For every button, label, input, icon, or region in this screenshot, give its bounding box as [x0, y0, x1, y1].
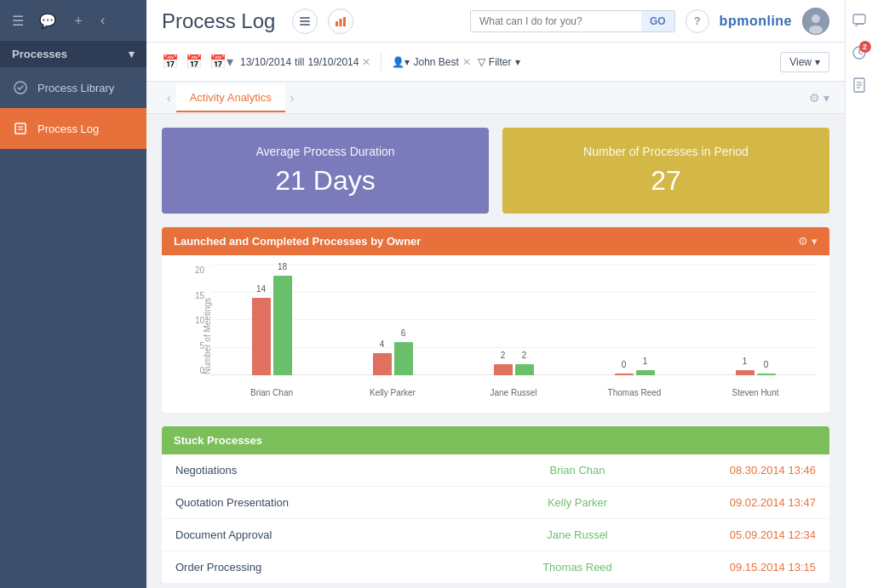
- table-row: Document Approval Jane Russel 05.09.2014…: [162, 519, 829, 551]
- bar-name-jane: Jane Russel: [490, 388, 536, 397]
- bar-red-jane: 2: [494, 364, 513, 375]
- process-date: 09.15.2014 13:15: [663, 561, 816, 574]
- right-clock-icon[interactable]: 2: [847, 41, 871, 65]
- bar-label-0a: 0: [622, 360, 627, 369]
- toolbar-user: 👤▾ John Best ✕: [392, 56, 470, 68]
- process-date: 05.09.2014 12:34: [663, 528, 816, 541]
- header: Process Log GO ? bpmonline: [146, 0, 845, 43]
- sidebar-category[interactable]: Processes ▾: [0, 41, 146, 67]
- process-person: Kelly Parker: [492, 496, 663, 509]
- svg-rect-5: [300, 20, 310, 22]
- tab-activity-analytics[interactable]: Activity Analytics: [176, 84, 285, 112]
- date-range: 13/10/2014 till 19/10/2014 ✕: [240, 56, 370, 68]
- bar-green-thomas: 1: [636, 370, 655, 376]
- chart-title: Launched and Completed Processes by Owne…: [174, 235, 421, 248]
- bar-group-thomas: 0 1 Thomas Reed: [574, 370, 695, 376]
- bar-group-steven: 1 0 Steven Hunt: [695, 370, 816, 376]
- svg-point-11: [812, 14, 820, 23]
- right-sidebar: 2: [845, 0, 872, 588]
- filter-icon: ▽: [478, 56, 485, 68]
- bar-label-2b: 2: [522, 351, 527, 360]
- hamburger-icon[interactable]: ☰: [9, 11, 27, 31]
- svg-rect-1: [15, 123, 26, 134]
- process-log-icon: [12, 120, 29, 137]
- brand-label: bpmonline: [720, 14, 792, 29]
- right-chat-icon[interactable]: [847, 9, 871, 32]
- collapse-icon[interactable]: ‹: [97, 11, 108, 30]
- bar-name-steven: Steven Hunt: [731, 388, 778, 397]
- search-input[interactable]: [471, 11, 641, 31]
- chart-settings-icon[interactable]: ⚙ ▾: [798, 235, 818, 248]
- bar-name-kelly: Kelly Parker: [370, 388, 416, 397]
- filter-label: Filter: [489, 56, 512, 68]
- bar-green-steven: 0: [757, 374, 776, 375]
- user-icon: 👤▾: [392, 56, 410, 68]
- search-go-button[interactable]: GO: [641, 11, 674, 31]
- table-row: Quotation Presentation Kelly Parker 09.0…: [162, 487, 829, 519]
- toolbar-divider-1: [381, 54, 382, 71]
- process-date: 08.30.2014 13:46: [663, 464, 816, 477]
- chart-view-icon[interactable]: [328, 9, 353, 34]
- bar-name-brian: Brian Chan: [250, 388, 293, 397]
- search-bar: GO: [470, 10, 675, 32]
- stuck-processes-header: Stuck Processes: [162, 426, 829, 454]
- add-icon[interactable]: ＋: [68, 10, 89, 31]
- process-name: Document Approval: [175, 528, 492, 541]
- sidebar-item-label: Process Log: [37, 123, 99, 135]
- stat-card-num-processes: Number of Processes in Period 27: [502, 128, 829, 214]
- chart-section: Launched and Completed Processes by Owne…: [162, 227, 829, 413]
- sidebar-item-process-log[interactable]: Process Log: [0, 108, 146, 149]
- bar-green-jane: 2: [515, 364, 534, 375]
- y-tick-20: 20: [195, 265, 204, 275]
- process-library-icon: [12, 79, 29, 96]
- stat-value-avg: 21 Days: [275, 165, 375, 197]
- sidebar-item-process-library[interactable]: Process Library: [0, 67, 146, 108]
- process-person: Thomas Reed: [492, 561, 663, 574]
- y-axis-label: Number of Meetings: [203, 297, 212, 374]
- date-till-label: till: [295, 56, 304, 68]
- process-person: Jane Russel: [492, 528, 663, 541]
- process-name: Order Processing: [175, 561, 492, 574]
- tab-prev-icon[interactable]: ‹: [162, 91, 176, 105]
- stuck-processes-body: Negotiations Brian Chan 08.30.2014 13:46…: [162, 454, 829, 583]
- bar-name-thomas: Thomas Reed: [608, 388, 662, 397]
- svg-rect-9: [343, 17, 346, 26]
- chart-header: Launched and Completed Processes by Owne…: [162, 227, 829, 255]
- process-date: 09.02.2014 13:47: [663, 496, 816, 509]
- sidebar-item-label: Process Library: [37, 82, 114, 94]
- bar-red-steven: 1: [736, 370, 754, 376]
- calendar-icon-2[interactable]: 📅: [186, 54, 203, 70]
- calendar-icon-1[interactable]: 📅: [162, 54, 179, 70]
- tab-bar: ‹ Activity Analytics › ⚙ ▾: [146, 82, 845, 114]
- bar-green-kelly: 6: [394, 342, 413, 375]
- view-label: View: [789, 56, 812, 68]
- chat-sidebar-icon[interactable]: 💬: [36, 11, 60, 31]
- tab-next-icon[interactable]: ›: [285, 91, 300, 105]
- user-clear-icon[interactable]: ✕: [462, 56, 471, 68]
- bar-group-brian: 14 18 Brian Chan: [211, 276, 332, 375]
- avatar[interactable]: [802, 8, 829, 35]
- stat-card-avg-duration: Average Process Duration 21 Days: [162, 128, 489, 214]
- stuck-processes-title: Stuck Processes: [174, 434, 262, 447]
- svg-rect-6: [300, 24, 310, 26]
- right-doc-icon[interactable]: [847, 73, 871, 97]
- sidebar-category-arrow: ▾: [129, 48, 135, 60]
- stat-label-num: Number of Processes in Period: [583, 145, 749, 158]
- tab-settings-icon[interactable]: ⚙ ▾: [809, 91, 829, 105]
- bar-label-6: 6: [401, 328, 406, 338]
- view-button[interactable]: View ▾: [780, 52, 829, 72]
- date-clear-icon[interactable]: ✕: [362, 56, 370, 68]
- process-name: Quotation Presentation: [175, 496, 492, 509]
- stat-label-avg: Average Process Duration: [255, 145, 394, 158]
- stats-row: Average Process Duration 21 Days Number …: [162, 128, 829, 214]
- page-title: Process Log: [162, 9, 275, 33]
- sidebar: ☰ 💬 ＋ ‹ Processes ▾ Process Library Proc…: [0, 0, 146, 588]
- bar-label-1a: 1: [643, 357, 648, 366]
- help-icon[interactable]: ?: [686, 9, 709, 33]
- user-name: John Best: [413, 56, 458, 68]
- bar-red-thomas: 0: [615, 374, 634, 375]
- list-view-icon[interactable]: [292, 9, 318, 34]
- chart-body: 0 5 10 15 20 Number of Meetings: [162, 255, 829, 413]
- calendar-dropdown-icon[interactable]: 📅▾: [209, 54, 233, 70]
- filter-dropdown[interactable]: ▽ Filter ▾: [478, 56, 520, 68]
